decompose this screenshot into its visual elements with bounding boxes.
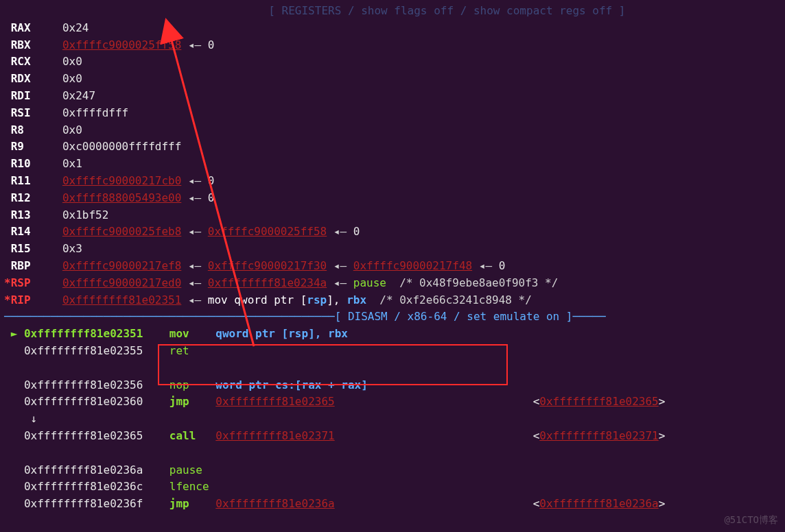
debugger-output: [ REGISTERS / show flags off / show comp…: [0, 3, 785, 513]
register-name: R12: [11, 190, 49, 207]
registers-header: [ REGISTERS / show flags off / show comp…: [0, 3, 785, 20]
register-value: 0xc0000000ffffdfff: [62, 140, 181, 153]
disasm-address: 0xffffffff81e02355: [24, 344, 143, 357]
instr-comment: /* 0x48f9ebe8ae0f90f3 */: [386, 276, 558, 289]
deref-arrow: ◂—: [181, 276, 208, 289]
register-value[interactable]: 0xffffc90000217ed0: [62, 276, 181, 289]
register-name: R14: [11, 223, 49, 241]
register-value[interactable]: 0xffffc9000025ff58: [208, 225, 327, 238]
disasm-address: 0xffffffff81e02351: [24, 327, 143, 340]
register-name: R8: [11, 122, 49, 139]
disasm-header-title: [ DISASM / x86-64 / set emulate on ]: [335, 310, 573, 323]
disasm-mnemonic: jmp: [169, 394, 215, 411]
register-row-r15: R15 0x3: [0, 241, 785, 258]
register-name: RAX: [11, 20, 49, 37]
register-value[interactable]: 0xffffc90000217f30: [208, 259, 327, 272]
disasm-line: 0xffffffff81e0236c lfence: [0, 479, 785, 496]
disasm-mnemonic: pause: [169, 462, 215, 479]
register-value[interactable]: 0xffffc90000217f48: [353, 259, 472, 272]
register-value: 0xffffdfff: [62, 106, 128, 119]
register-name: R11: [11, 173, 49, 190]
register-row-r8: R8 0x0: [0, 122, 785, 139]
disasm-operands: word ptr cs:[rax + rax]: [215, 378, 368, 391]
register-value: 0x0: [62, 55, 82, 68]
disasm-target-address[interactable]: 0xffffffff81e02371: [539, 429, 658, 442]
disasm-line: 0xffffffff81e0236a pause: [0, 462, 785, 479]
register-row-rax: RAX 0x24: [0, 20, 785, 37]
register-value[interactable]: 0xffffffff81e02351: [62, 293, 181, 306]
instr-comment: /* 0xf2e66c3241c8948 */: [366, 293, 532, 306]
register-row-rdx: RDX 0x0: [0, 71, 785, 88]
register-value: 0x1: [62, 157, 82, 170]
register-row-rip: *RIP 0xffffffff81e02351 ◂— mov qword ptr…: [0, 292, 785, 309]
deref-arrow: ◂—: [181, 38, 208, 51]
disasm-target-address[interactable]: 0xffffffff81e0236a: [539, 497, 658, 510]
register-value[interactable]: 0xffffc9000025feb8: [62, 225, 181, 238]
disasm-down-arrow: ↓: [0, 411, 785, 428]
registers-header-text: [ REGISTERS / show flags off / show comp…: [4, 4, 625, 17]
instr-mnem: mov: [208, 293, 235, 306]
register-name: RSP: [11, 275, 49, 292]
register-value[interactable]: 0xffffc90000217cb0: [62, 174, 181, 187]
register-name: R10: [11, 156, 49, 173]
disasm-address: 0xffffffff81e02356: [24, 378, 143, 391]
register-value: 0x24: [62, 21, 89, 34]
disasm-operand-address[interactable]: 0xffffffff81e0236a: [215, 497, 334, 510]
register-row-rdi: RDI 0x247: [0, 88, 785, 105]
watermark-text: @51CTO博客: [724, 513, 778, 528]
disasm-line: ► 0xffffffff81e02351 mov qword ptr [rsp]…: [0, 326, 785, 343]
disasm-target-address[interactable]: 0xffffffff81e02365: [539, 395, 658, 408]
register-row-r12: R12 0xffff888005493e00 ◂— 0: [0, 190, 785, 207]
disasm-address: 0xffffffff81e02365: [24, 429, 143, 442]
register-value: 0: [208, 174, 215, 187]
register-row-rsi: RSI 0xffffdfff: [0, 105, 785, 122]
instr-reg: rsp: [307, 293, 327, 306]
register-value[interactable]: 0xffffc90000217ef8: [62, 259, 181, 272]
register-name: R15: [11, 241, 49, 258]
register-row-r13: R13 0x1bf52: [0, 207, 785, 224]
register-value[interactable]: 0xffff888005493e00: [62, 191, 181, 204]
register-name: RBX: [11, 37, 49, 54]
register-value[interactable]: 0xffffffff81e0234a: [208, 276, 327, 289]
disasm-line: 0xffffffff81e02360 jmp 0xffffffff81e0236…: [0, 394, 785, 411]
disasm-line: 0xffffffff81e02356 nop word ptr cs:[rax …: [0, 377, 785, 394]
disasm-mnemonic: ret: [169, 343, 215, 360]
register-value: 0x0: [62, 72, 82, 85]
register-name: R13: [11, 207, 49, 224]
deref-arrow: ◂—: [181, 293, 208, 306]
disasm-operand-address[interactable]: 0xffffffff81e02365: [215, 395, 334, 408]
disasm-mnemonic: call: [169, 428, 215, 445]
register-value: 0: [208, 191, 215, 204]
deref-arrow: ◂—: [327, 225, 353, 238]
register-name: RIP: [11, 292, 49, 309]
disasm-mnemonic: jmp: [169, 496, 215, 513]
down-arrow-icon: ↓: [4, 412, 37, 425]
disasm-operands: qword ptr [rsp], rbx: [215, 327, 348, 340]
register-value: 0: [499, 259, 506, 272]
register-value: 0: [353, 225, 360, 238]
disasm-mnemonic: lfence: [169, 479, 215, 496]
register-row-rbx: RBX 0xffffc9000025ff58 ◂— 0: [0, 37, 785, 54]
register-name: RBP: [11, 258, 49, 275]
register-value[interactable]: 0xffffc9000025ff58: [62, 38, 181, 51]
disasm-line: 0xffffffff81e02365 call 0xffffffff81e023…: [0, 428, 785, 445]
disasm-mnemonic: nop: [169, 377, 215, 394]
register-name: RDI: [11, 88, 49, 105]
changed-marker: *: [4, 276, 11, 289]
disasm-address: 0xffffffff81e0236f: [24, 497, 143, 510]
changed-marker: *: [4, 293, 11, 306]
register-value: 0x1bf52: [62, 208, 108, 221]
register-row-r9: R9 0xc0000000ffffdfff: [0, 138, 785, 156]
instr-reg: rbx: [347, 293, 366, 306]
register-name: R9: [11, 138, 49, 156]
register-value: 0x247: [62, 89, 95, 102]
disasm-mnemonic: mov: [169, 326, 215, 343]
deref-arrow: ◂—: [181, 191, 208, 204]
register-name: RDX: [11, 71, 49, 88]
disasm-operand-address[interactable]: 0xffffffff81e02371: [215, 429, 334, 442]
deref-arrow: ◂—: [181, 259, 208, 272]
register-name: RCX: [11, 53, 49, 71]
register-row-r10: R10 0x1: [0, 156, 785, 173]
register-row-r14: R14 0xffffc9000025feb8 ◂— 0xffffc9000025…: [0, 223, 785, 241]
instr-size: qword ptr: [234, 293, 300, 306]
